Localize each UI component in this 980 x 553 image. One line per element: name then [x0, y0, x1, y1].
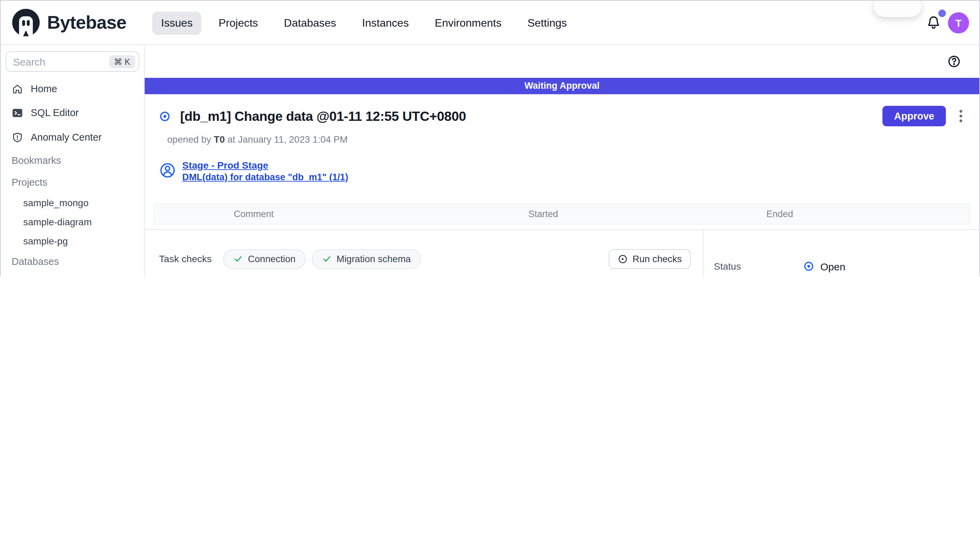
run-checks-button[interactable]: Run checks: [609, 249, 690, 269]
left-column: Task checks ConnectionMigration schema R…: [145, 230, 704, 276]
badge-label: Migration schema: [336, 253, 411, 264]
issue-title-row: [db_m1] Change data @01-11 12:55 UTC+080…: [159, 102, 967, 130]
person-circle-icon: [159, 162, 176, 179]
help-icon[interactable]: [947, 55, 961, 68]
issue-author: T0: [214, 134, 225, 145]
sidebar-item-sample-pg[interactable]: sample-pg: [1, 231, 144, 250]
more-vertical-icon[interactable]: [955, 108, 967, 124]
sidebar-section-databases: Databases: [1, 250, 144, 273]
task-columns-header: CommentStartedEnded: [154, 204, 970, 225]
help-bar: [145, 45, 979, 78]
opened-suffix: at January 11, 2023 1:04 PM: [228, 134, 348, 145]
check-icon: [234, 254, 243, 263]
bytebase-logo-icon: [11, 8, 41, 38]
sidebar-item-prod[interactable]: Prod: [1, 273, 144, 276]
issue-content: Task checks ConnectionMigration schema R…: [145, 230, 979, 276]
home-icon: [11, 83, 23, 94]
search-shortcut-badge: ⌘ K: [109, 55, 135, 68]
status-row: Status Open: [714, 258, 963, 274]
left-sidebar: Search ⌘ K HomeSQL EditorAnomaly CenterB…: [1, 45, 145, 276]
task-checks-label: Task checks: [159, 253, 212, 264]
user-avatar[interactable]: T: [948, 12, 969, 33]
run-checks-label: Run checks: [633, 253, 682, 264]
sidebar-item-label: Anomaly Center: [31, 132, 102, 143]
main-area: Waiting Approval [db_m1] Change data @01…: [145, 45, 979, 276]
column-header-ended: Ended: [767, 204, 793, 224]
tab-databases[interactable]: Databases: [275, 11, 345, 35]
search-placeholder: Search: [13, 56, 45, 67]
sidebar-item-sample-mongo[interactable]: sample_mongo: [1, 193, 144, 212]
notification-dot: [939, 10, 946, 17]
sidebar-section-projects: Projects: [1, 171, 144, 193]
search-input[interactable]: Search ⌘ K: [5, 51, 139, 72]
task-checks-row: Task checks ConnectionMigration schema R…: [159, 249, 690, 269]
tab-instances[interactable]: Instances: [353, 11, 418, 35]
floating-pill-artifact: [873, 0, 921, 17]
play-circle-icon: [617, 253, 628, 264]
tab-environments[interactable]: Environments: [426, 11, 511, 35]
approve-button[interactable]: Approve: [882, 106, 946, 126]
tab-settings[interactable]: Settings: [519, 11, 576, 35]
issue-header: [db_m1] Change data @01-11 12:55 UTC+080…: [145, 94, 979, 230]
issue-opened-line: opened by T0 at January 11, 2023 1:04 PM: [167, 134, 348, 145]
bytebase-app-window: Bytebase IssuesProjectsDatabasesInstance…: [0, 0, 980, 276]
tab-projects[interactable]: Projects: [210, 11, 267, 35]
sidebar-section-bookmarks: Bookmarks: [1, 150, 144, 171]
sidebar-item-home[interactable]: Home: [1, 77, 144, 100]
brand-wordmark: Bytebase: [47, 12, 126, 33]
sidebar-item-label: SQL Editor: [31, 107, 79, 118]
brand[interactable]: Bytebase: [11, 8, 126, 38]
status-open-icon: [803, 261, 814, 272]
issue-details-sidebar: Status Open Assignee T T0: [703, 230, 979, 276]
status-value: Open: [820, 260, 845, 272]
stage-row: Stage - Prod Stage DML(data) for databas…: [159, 160, 348, 182]
badge-label: Connection: [248, 253, 296, 264]
opened-prefix: opened by: [167, 134, 211, 145]
sidebar-item-anomaly-center[interactable]: Anomaly Center: [1, 125, 144, 150]
status-label: Status: [714, 261, 803, 272]
stage-task-link[interactable]: DML(data) for database "db_m1" (1/1): [182, 172, 348, 182]
column-header-started: Started: [528, 204, 558, 224]
stage-links: Stage - Prod Stage DML(data) for databas…: [182, 160, 348, 182]
sidebar-nav: HomeSQL EditorAnomaly CenterBookmarksPro…: [1, 77, 144, 276]
check-badges: ConnectionMigration schema: [223, 249, 427, 269]
status-banner: Waiting Approval: [145, 78, 979, 94]
issue-title: [db_m1] Change data @01-11 12:55 UTC+080…: [180, 108, 882, 124]
sidebar-item-sample-diagram[interactable]: sample-diagram: [1, 212, 144, 231]
sidebar-item-label: Home: [31, 83, 57, 94]
issue-open-status-icon: [159, 110, 170, 122]
main-nav-tabs: IssuesProjectsDatabasesInstancesEnvironm…: [152, 1, 576, 45]
task-check-badge-migration-schema[interactable]: Migration schema: [312, 249, 421, 269]
notification-bell-icon[interactable]: [925, 14, 942, 31]
check-icon: [322, 254, 332, 263]
sidebar-item-sql-editor[interactable]: SQL Editor: [1, 100, 144, 125]
tab-issues[interactable]: Issues: [152, 11, 202, 35]
column-header-comment: Comment: [234, 204, 274, 224]
terminal-icon: [11, 107, 23, 118]
stage-link[interactable]: Stage - Prod Stage: [182, 160, 348, 171]
task-check-badge-connection[interactable]: Connection: [223, 249, 306, 269]
shield-alert-icon: [11, 131, 23, 143]
top-navbar: Bytebase IssuesProjectsDatabasesInstance…: [1, 1, 979, 45]
